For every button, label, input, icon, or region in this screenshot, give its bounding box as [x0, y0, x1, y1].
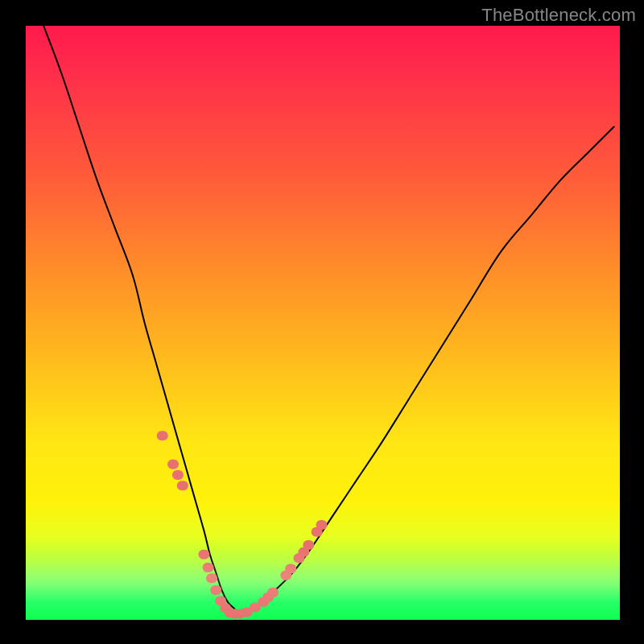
highlight-dot: [177, 481, 188, 490]
highlight-dot: [203, 563, 214, 572]
bottleneck-curve: [43, 26, 613, 614]
highlight-dot: [285, 564, 296, 574]
highlight-dot: [210, 585, 221, 595]
highlight-dot: [198, 550, 209, 559]
highlight-dot: [303, 540, 314, 550]
highlight-dot: [267, 588, 279, 597]
highlight-dot: [206, 573, 217, 583]
highlight-dot: [157, 431, 168, 440]
highlight-dot: [316, 520, 328, 530]
chart-frame: TheBottleneck.com: [0, 0, 644, 644]
highlight-dot: [172, 470, 184, 480]
plot-area: [26, 26, 620, 620]
highlight-dot: [167, 460, 179, 469]
watermark-text: TheBottleneck.com: [481, 5, 636, 26]
chart-svg: [26, 26, 620, 620]
